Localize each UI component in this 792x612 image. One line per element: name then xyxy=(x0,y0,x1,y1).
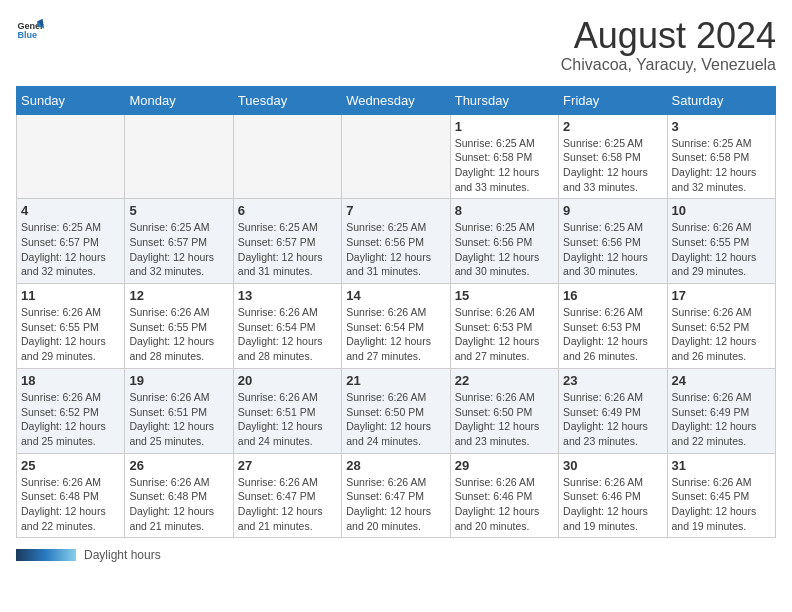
calendar-day-cell: 13Sunrise: 6:26 AMSunset: 6:54 PMDayligh… xyxy=(233,284,341,369)
day-info: Sunrise: 6:25 AMSunset: 6:56 PMDaylight:… xyxy=(346,220,445,279)
day-info: Sunrise: 6:26 AMSunset: 6:54 PMDaylight:… xyxy=(238,305,337,364)
calendar-day-cell: 29Sunrise: 6:26 AMSunset: 6:46 PMDayligh… xyxy=(450,453,558,538)
calendar-day-cell: 17Sunrise: 6:26 AMSunset: 6:52 PMDayligh… xyxy=(667,284,775,369)
day-number: 25 xyxy=(21,458,120,473)
calendar-day-cell: 27Sunrise: 6:26 AMSunset: 6:47 PMDayligh… xyxy=(233,453,341,538)
calendar-day-cell: 26Sunrise: 6:26 AMSunset: 6:48 PMDayligh… xyxy=(125,453,233,538)
day-number: 31 xyxy=(672,458,771,473)
calendar-day-header: Saturday xyxy=(667,86,775,114)
day-number: 14 xyxy=(346,288,445,303)
day-number: 27 xyxy=(238,458,337,473)
calendar-day-cell: 18Sunrise: 6:26 AMSunset: 6:52 PMDayligh… xyxy=(17,368,125,453)
calendar-day-cell: 8Sunrise: 6:25 AMSunset: 6:56 PMDaylight… xyxy=(450,199,558,284)
day-info: Sunrise: 6:25 AMSunset: 6:57 PMDaylight:… xyxy=(21,220,120,279)
day-number: 21 xyxy=(346,373,445,388)
day-number: 30 xyxy=(563,458,662,473)
calendar-day-cell: 21Sunrise: 6:26 AMSunset: 6:50 PMDayligh… xyxy=(342,368,450,453)
day-info: Sunrise: 6:26 AMSunset: 6:55 PMDaylight:… xyxy=(21,305,120,364)
day-info: Sunrise: 6:26 AMSunset: 6:48 PMDaylight:… xyxy=(21,475,120,534)
day-info: Sunrise: 6:26 AMSunset: 6:54 PMDaylight:… xyxy=(346,305,445,364)
calendar-day-cell: 30Sunrise: 6:26 AMSunset: 6:46 PMDayligh… xyxy=(559,453,667,538)
day-number: 17 xyxy=(672,288,771,303)
day-info: Sunrise: 6:25 AMSunset: 6:58 PMDaylight:… xyxy=(455,136,554,195)
day-info: Sunrise: 6:26 AMSunset: 6:47 PMDaylight:… xyxy=(346,475,445,534)
calendar-day-header: Wednesday xyxy=(342,86,450,114)
calendar-day-cell: 1Sunrise: 6:25 AMSunset: 6:58 PMDaylight… xyxy=(450,114,558,199)
day-info: Sunrise: 6:26 AMSunset: 6:51 PMDaylight:… xyxy=(238,390,337,449)
calendar-day-cell: 6Sunrise: 6:25 AMSunset: 6:57 PMDaylight… xyxy=(233,199,341,284)
day-info: Sunrise: 6:26 AMSunset: 6:48 PMDaylight:… xyxy=(129,475,228,534)
day-info: Sunrise: 6:25 AMSunset: 6:57 PMDaylight:… xyxy=(129,220,228,279)
calendar-day-cell: 2Sunrise: 6:25 AMSunset: 6:58 PMDaylight… xyxy=(559,114,667,199)
logo-icon: General Blue xyxy=(16,16,44,44)
day-info: Sunrise: 6:26 AMSunset: 6:47 PMDaylight:… xyxy=(238,475,337,534)
day-number: 7 xyxy=(346,203,445,218)
calendar-day-header: Sunday xyxy=(17,86,125,114)
day-info: Sunrise: 6:26 AMSunset: 6:55 PMDaylight:… xyxy=(672,220,771,279)
calendar-day-cell: 28Sunrise: 6:26 AMSunset: 6:47 PMDayligh… xyxy=(342,453,450,538)
main-title: August 2024 xyxy=(561,16,776,56)
day-number: 4 xyxy=(21,203,120,218)
calendar-day-cell xyxy=(342,114,450,199)
day-info: Sunrise: 6:26 AMSunset: 6:52 PMDaylight:… xyxy=(21,390,120,449)
day-info: Sunrise: 6:25 AMSunset: 6:57 PMDaylight:… xyxy=(238,220,337,279)
day-number: 23 xyxy=(563,373,662,388)
day-number: 2 xyxy=(563,119,662,134)
calendar-header-row: SundayMondayTuesdayWednesdayThursdayFrid… xyxy=(17,86,776,114)
calendar-week-row: 18Sunrise: 6:26 AMSunset: 6:52 PMDayligh… xyxy=(17,368,776,453)
day-number: 28 xyxy=(346,458,445,473)
day-number: 12 xyxy=(129,288,228,303)
calendar-day-cell: 31Sunrise: 6:26 AMSunset: 6:45 PMDayligh… xyxy=(667,453,775,538)
day-number: 8 xyxy=(455,203,554,218)
day-number: 19 xyxy=(129,373,228,388)
title-area: August 2024 Chivacoa, Yaracuy, Venezuela xyxy=(561,16,776,74)
day-info: Sunrise: 6:26 AMSunset: 6:51 PMDaylight:… xyxy=(129,390,228,449)
day-number: 26 xyxy=(129,458,228,473)
calendar-day-cell: 14Sunrise: 6:26 AMSunset: 6:54 PMDayligh… xyxy=(342,284,450,369)
day-number: 29 xyxy=(455,458,554,473)
subtitle: Chivacoa, Yaracuy, Venezuela xyxy=(561,56,776,74)
calendar-day-header: Friday xyxy=(559,86,667,114)
day-info: Sunrise: 6:26 AMSunset: 6:53 PMDaylight:… xyxy=(455,305,554,364)
calendar-day-cell: 23Sunrise: 6:26 AMSunset: 6:49 PMDayligh… xyxy=(559,368,667,453)
day-number: 20 xyxy=(238,373,337,388)
day-number: 10 xyxy=(672,203,771,218)
calendar-week-row: 1Sunrise: 6:25 AMSunset: 6:58 PMDaylight… xyxy=(17,114,776,199)
footer: Daylight hours xyxy=(16,548,776,562)
calendar-day-cell xyxy=(233,114,341,199)
day-number: 22 xyxy=(455,373,554,388)
calendar-week-row: 11Sunrise: 6:26 AMSunset: 6:55 PMDayligh… xyxy=(17,284,776,369)
day-number: 11 xyxy=(21,288,120,303)
day-number: 9 xyxy=(563,203,662,218)
calendar-day-cell: 7Sunrise: 6:25 AMSunset: 6:56 PMDaylight… xyxy=(342,199,450,284)
calendar-day-cell: 4Sunrise: 6:25 AMSunset: 6:57 PMDaylight… xyxy=(17,199,125,284)
day-number: 5 xyxy=(129,203,228,218)
day-info: Sunrise: 6:25 AMSunset: 6:58 PMDaylight:… xyxy=(672,136,771,195)
day-info: Sunrise: 6:26 AMSunset: 6:46 PMDaylight:… xyxy=(563,475,662,534)
day-number: 1 xyxy=(455,119,554,134)
day-info: Sunrise: 6:26 AMSunset: 6:50 PMDaylight:… xyxy=(455,390,554,449)
calendar-day-cell: 9Sunrise: 6:25 AMSunset: 6:56 PMDaylight… xyxy=(559,199,667,284)
calendar-table: SundayMondayTuesdayWednesdayThursdayFrid… xyxy=(16,86,776,539)
calendar-day-cell xyxy=(17,114,125,199)
calendar-week-row: 25Sunrise: 6:26 AMSunset: 6:48 PMDayligh… xyxy=(17,453,776,538)
daylight-bar xyxy=(16,549,76,561)
day-number: 24 xyxy=(672,373,771,388)
calendar-day-cell xyxy=(125,114,233,199)
calendar-day-cell: 3Sunrise: 6:25 AMSunset: 6:58 PMDaylight… xyxy=(667,114,775,199)
day-number: 13 xyxy=(238,288,337,303)
day-info: Sunrise: 6:26 AMSunset: 6:49 PMDaylight:… xyxy=(672,390,771,449)
day-number: 6 xyxy=(238,203,337,218)
header: General Blue August 2024 Chivacoa, Yarac… xyxy=(16,16,776,74)
calendar-day-header: Thursday xyxy=(450,86,558,114)
day-info: Sunrise: 6:26 AMSunset: 6:49 PMDaylight:… xyxy=(563,390,662,449)
calendar-day-cell: 12Sunrise: 6:26 AMSunset: 6:55 PMDayligh… xyxy=(125,284,233,369)
calendar-day-cell: 19Sunrise: 6:26 AMSunset: 6:51 PMDayligh… xyxy=(125,368,233,453)
calendar-day-cell: 5Sunrise: 6:25 AMSunset: 6:57 PMDaylight… xyxy=(125,199,233,284)
day-info: Sunrise: 6:26 AMSunset: 6:46 PMDaylight:… xyxy=(455,475,554,534)
day-info: Sunrise: 6:26 AMSunset: 6:55 PMDaylight:… xyxy=(129,305,228,364)
calendar-day-cell: 10Sunrise: 6:26 AMSunset: 6:55 PMDayligh… xyxy=(667,199,775,284)
day-number: 18 xyxy=(21,373,120,388)
day-info: Sunrise: 6:26 AMSunset: 6:45 PMDaylight:… xyxy=(672,475,771,534)
calendar-day-cell: 24Sunrise: 6:26 AMSunset: 6:49 PMDayligh… xyxy=(667,368,775,453)
